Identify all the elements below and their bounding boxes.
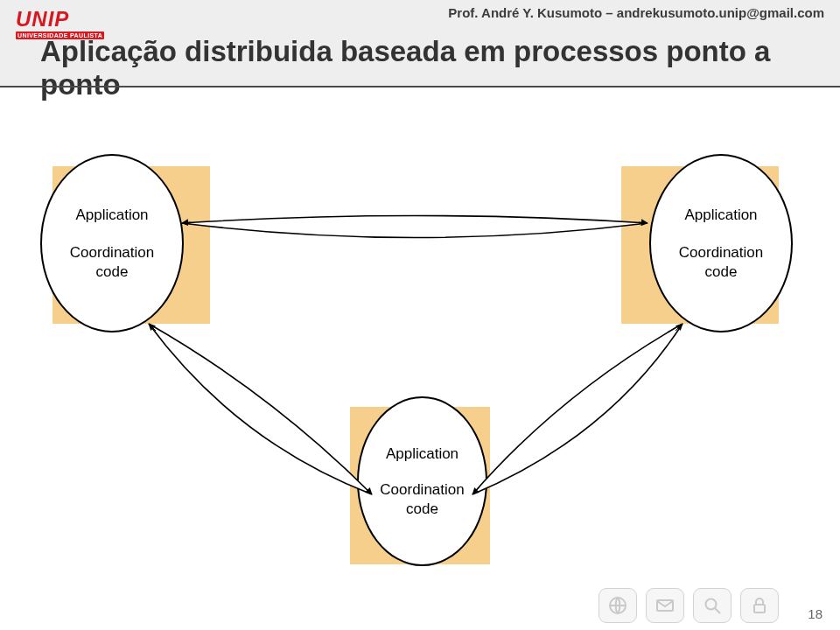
header-band: UNIP UNIVERSIDADE PAULISTA Prof. André Y… (0, 0, 840, 88)
svg-line-4 (676, 324, 682, 331)
node-code-label: code (705, 262, 738, 281)
node-top-right: Application Coordination code (649, 154, 793, 332)
globe-icon (598, 588, 637, 623)
node-coordination-label: Coordination (70, 243, 154, 262)
page-number: 18 (808, 606, 822, 621)
logo-text: UNIP (16, 7, 69, 31)
mail-icon (646, 588, 684, 623)
node-application-label: Application (386, 444, 458, 463)
node-top-left: Application Coordination code (40, 154, 184, 332)
node-application-label: Application (684, 206, 757, 224)
svg-point-8 (706, 599, 717, 610)
node-coordination-label: Coordination (679, 243, 763, 262)
node-code-label: code (96, 262, 129, 281)
slide: UNIP UNIVERSIDADE PAULISTA Prof. André Y… (0, 0, 840, 630)
credit-line: Prof. André Y. Kusumoto – andrekusumoto.… (448, 5, 824, 20)
node-bottom: Application Coordination code (357, 396, 487, 566)
svg-line-9 (715, 608, 720, 613)
search-icon (693, 588, 732, 623)
node-coordination-label: Coordination (380, 480, 464, 499)
svg-line-2 (149, 324, 156, 331)
svg-rect-10 (754, 605, 765, 612)
lock-icon (740, 588, 779, 623)
diagram: Application Coordination code Applicatio… (0, 105, 840, 595)
footer-icons (598, 588, 779, 623)
node-application-label: Application (75, 206, 148, 224)
node-code-label: code (406, 500, 438, 518)
page-title: Aplicação distribuida baseada em process… (40, 35, 840, 102)
